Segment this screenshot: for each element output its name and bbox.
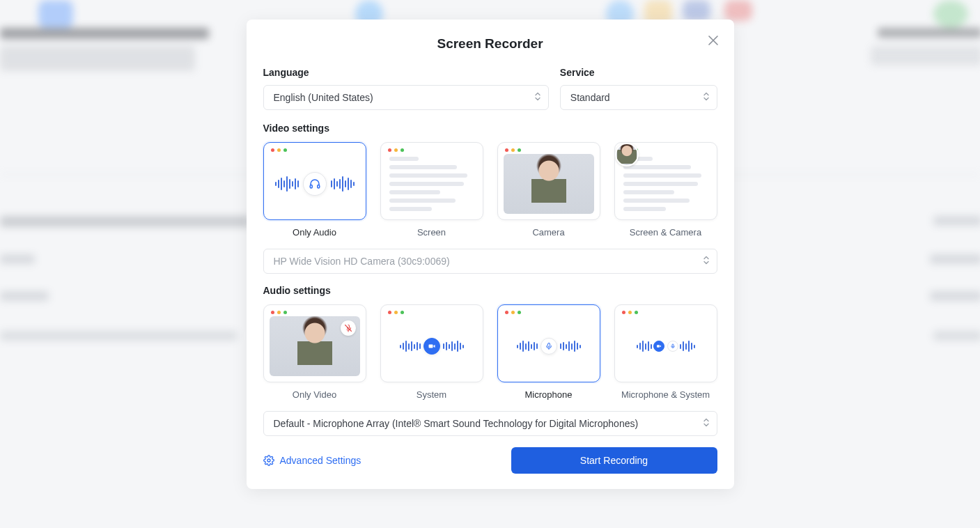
screen-recorder-modal: Screen Recorder Language English (United… (247, 20, 734, 489)
chevron-updown-icon (703, 92, 710, 104)
screen-skeleton-icon (623, 157, 708, 211)
service-value: Standard (570, 92, 610, 103)
camera-preview-image (270, 316, 360, 376)
waveform-icon (560, 341, 581, 352)
svg-rect-2 (428, 345, 433, 348)
close-icon (708, 36, 718, 45)
camera-device-select[interactable]: HP Wide Vision HD Camera (30c9:0069) (263, 249, 717, 274)
audio-option-microphone[interactable]: Microphone (497, 304, 600, 400)
advanced-settings-link[interactable]: Advanced Settings (263, 455, 361, 466)
svg-point-6 (267, 459, 270, 462)
option-label: Microphone & System (621, 389, 710, 400)
window-dots-icon (271, 311, 287, 314)
waveform-icon (517, 341, 538, 352)
window-dots-icon (622, 311, 638, 314)
option-label: Screen (417, 227, 446, 238)
window-dots-icon (505, 148, 521, 152)
audio-option-only-video[interactable]: Only Video (263, 304, 366, 400)
window-dots-icon (505, 311, 521, 314)
service-label: Service (560, 67, 717, 78)
microphone-icon (540, 338, 557, 355)
svg-rect-5 (672, 344, 674, 347)
waveform-icon (680, 341, 695, 352)
video-icon (653, 341, 664, 352)
chevron-updown-icon (703, 418, 710, 430)
window-dots-icon (388, 311, 404, 314)
gear-icon (263, 455, 274, 466)
svg-rect-1 (317, 185, 319, 189)
svg-rect-4 (657, 345, 660, 347)
modal-overlay: Screen Recorder Language English (United… (0, 0, 980, 528)
waveform-icon (331, 176, 355, 192)
advanced-settings-label: Advanced Settings (280, 455, 361, 466)
option-label: Only Audio (293, 227, 336, 238)
chevron-updown-icon (534, 92, 541, 104)
video-settings-label: Video settings (263, 123, 717, 134)
video-option-camera[interactable]: Camera (497, 142, 600, 238)
option-label: System (417, 389, 446, 400)
audio-option-system[interactable]: System (380, 304, 483, 400)
waveform-icon (637, 341, 652, 352)
camera-pip-image (615, 143, 639, 166)
video-option-only-audio[interactable]: Only Audio (263, 142, 366, 238)
screen-skeleton-icon (389, 157, 474, 211)
start-recording-label: Start Recording (580, 455, 648, 466)
video-option-screen[interactable]: Screen (380, 142, 483, 238)
svg-rect-0 (310, 185, 312, 189)
microphone-icon (667, 341, 678, 352)
modal-title: Screen Recorder (263, 36, 717, 52)
language-label: Language (263, 67, 549, 78)
option-label: Microphone (525, 389, 573, 400)
mic-off-icon (341, 320, 356, 336)
service-select[interactable]: Standard (560, 85, 717, 110)
svg-rect-3 (547, 343, 550, 348)
start-recording-button[interactable]: Start Recording (511, 447, 717, 474)
microphone-device-select[interactable]: Default - Microphone Array (Intel® Smart… (263, 411, 717, 436)
waveform-icon (275, 176, 299, 192)
window-dots-icon (271, 148, 287, 152)
video-option-screen-camera[interactable]: Screen & Camera (614, 142, 717, 238)
option-label: Camera (532, 227, 564, 238)
waveform-icon (400, 341, 421, 352)
video-icon (423, 338, 440, 355)
waveform-icon (443, 341, 464, 352)
camera-preview-image (504, 154, 594, 214)
headphones-icon (303, 172, 327, 196)
window-dots-icon (388, 148, 404, 152)
language-value: English (United States) (274, 92, 373, 103)
option-label: Only Video (293, 389, 336, 400)
chevron-updown-icon (703, 256, 710, 267)
camera-device-value: HP Wide Vision HD Camera (30c9:0069) (274, 256, 450, 267)
audio-settings-label: Audio settings (263, 285, 717, 296)
microphone-device-value: Default - Microphone Array (Intel® Smart… (274, 418, 639, 429)
language-select[interactable]: English (United States) (263, 85, 549, 110)
audio-option-mic-system[interactable]: Microphone & System (614, 304, 717, 400)
close-button[interactable] (703, 31, 723, 50)
option-label: Screen & Camera (630, 227, 701, 238)
